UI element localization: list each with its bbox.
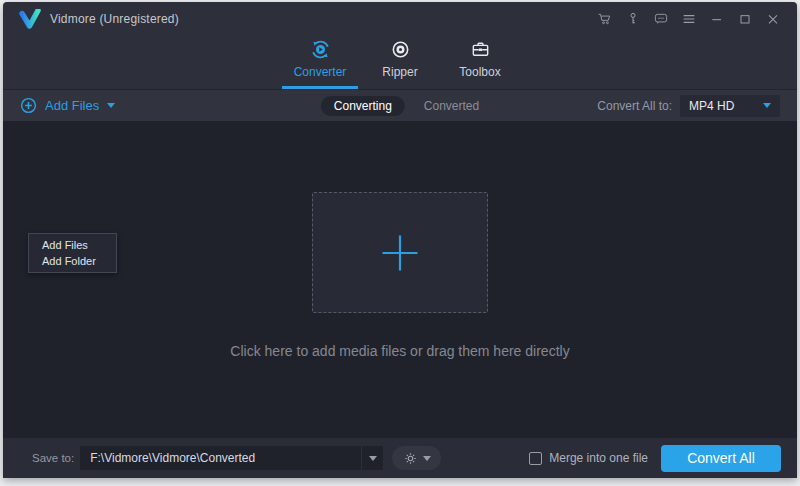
- content-area: Add Files Add Folder Click here to add m…: [3, 121, 797, 438]
- converter-icon: [309, 38, 332, 61]
- chevron-down-icon: [107, 103, 115, 108]
- chevron-down-icon: [763, 103, 771, 108]
- merge-checkbox[interactable]: [529, 452, 542, 465]
- drop-zone[interactable]: [312, 192, 488, 313]
- add-files-button[interactable]: Add Files: [20, 97, 115, 114]
- tab-converter[interactable]: Converter: [282, 33, 358, 89]
- tab-converted[interactable]: Converted: [424, 99, 479, 113]
- tab-toolbox[interactable]: Toolbox: [442, 33, 518, 89]
- minimize-icon[interactable]: [708, 11, 725, 28]
- main-nav: Converter Ripper: [3, 36, 797, 90]
- titlebar-icons: [596, 11, 781, 28]
- menu-icon[interactable]: [680, 11, 697, 28]
- save-to-label: Save to:: [32, 452, 74, 464]
- output-settings-button[interactable]: [392, 446, 441, 470]
- window-title: Vidmore (Unregistered): [50, 12, 179, 26]
- titlebar: Vidmore (Unregistered): [3, 2, 797, 36]
- save-path-value: F:\Vidmore\Vidmore\Converted: [80, 451, 361, 465]
- merge-into-one-file[interactable]: Merge into one file: [529, 451, 648, 465]
- chevron-down-icon: [369, 456, 377, 461]
- gear-icon: [403, 451, 418, 466]
- add-circle-icon: [20, 97, 37, 114]
- save-path-field[interactable]: F:\Vidmore\Vidmore\Converted: [80, 446, 383, 470]
- format-select-value: MP4 HD: [689, 99, 763, 113]
- tab-converting[interactable]: Converting: [321, 96, 405, 116]
- chevron-down-icon: [423, 456, 431, 461]
- maximize-icon[interactable]: [736, 11, 753, 28]
- tab-converter-label: Converter: [294, 65, 347, 79]
- ripper-icon: [390, 38, 411, 61]
- merge-checkbox-label: Merge into one file: [549, 451, 648, 465]
- add-files-menu: Add Files Add Folder: [28, 233, 117, 273]
- feedback-icon[interactable]: [652, 11, 669, 28]
- key-icon[interactable]: [624, 11, 641, 28]
- app-window: Vidmore (Unregistered): [3, 2, 797, 478]
- menu-item-add-files[interactable]: Add Files: [29, 237, 116, 253]
- plus-icon: [381, 234, 419, 272]
- add-files-label: Add Files: [45, 98, 99, 113]
- desktop-background: Vidmore (Unregistered): [0, 0, 800, 486]
- view-tabs: Converting Converted: [321, 90, 479, 121]
- footer-bar: Save to: F:\Vidmore\Vidmore\Converted: [3, 438, 797, 478]
- tab-toolbox-label: Toolbox: [459, 65, 500, 79]
- convert-all-to-group: Convert All to: MP4 HD: [597, 95, 780, 117]
- toolbox-icon: [470, 38, 491, 61]
- format-select[interactable]: MP4 HD: [680, 95, 780, 117]
- sub-toolbar: Add Files Converting Converted Convert A…: [3, 90, 797, 121]
- convert-all-to-label: Convert All to:: [597, 99, 672, 113]
- tab-ripper[interactable]: Ripper: [362, 33, 438, 89]
- close-icon[interactable]: [764, 11, 781, 28]
- menu-item-add-folder[interactable]: Add Folder: [29, 253, 116, 269]
- tab-ripper-label: Ripper: [382, 65, 417, 79]
- convert-all-button[interactable]: Convert All: [661, 445, 781, 472]
- cart-icon[interactable]: [596, 11, 613, 28]
- vidmore-logo-icon: [19, 9, 41, 29]
- save-path-dropdown[interactable]: [361, 446, 383, 470]
- drop-hint-text: Click here to add media files or drag th…: [230, 343, 569, 359]
